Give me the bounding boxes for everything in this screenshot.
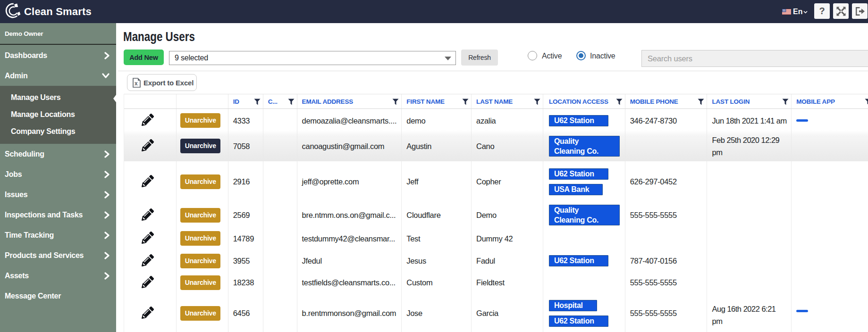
svg-text:x: x [135, 80, 138, 87]
